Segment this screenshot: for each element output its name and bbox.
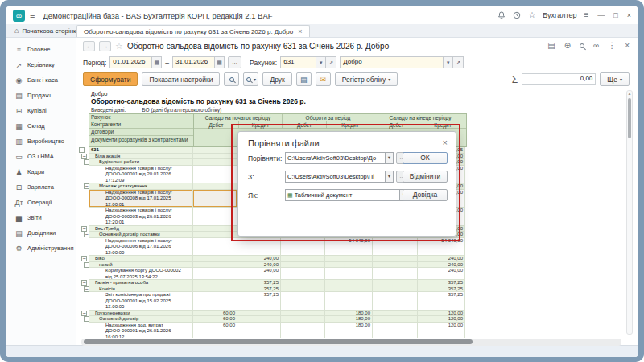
date-from-field[interactable]: 01.01.2026 ▦ bbox=[109, 56, 162, 68]
cell-ok[interactable] bbox=[325, 292, 373, 311]
cell-pd[interactable] bbox=[193, 292, 237, 311]
sidebar-item-catalogs[interactable]: ▤Довідники bbox=[6, 225, 76, 241]
as-type-field[interactable]: ▦Табличний документ ▼ bbox=[285, 189, 408, 201]
vertical-scrollbar[interactable]: ▲ bbox=[626, 90, 633, 335]
report-variants-icon[interactable]: ▤ bbox=[547, 42, 555, 50]
cell-kk[interactable]: 240,00 bbox=[418, 256, 465, 262]
cell-kk[interactable]: 240,00 bbox=[418, 268, 465, 280]
row-name-cell[interactable]: Звіт комісіонера про продажіДООО-000001 … bbox=[89, 292, 193, 311]
row-name-cell[interactable]: ВестТрейд bbox=[89, 226, 193, 232]
current-user-label[interactable]: Бухгалтер bbox=[543, 11, 576, 19]
cell-pd[interactable] bbox=[193, 232, 237, 238]
row-name-cell[interactable]: Біла акація bbox=[89, 154, 193, 160]
accounting-register-button[interactable]: Регістр обліку▾ bbox=[335, 72, 398, 86]
cell-pk[interactable]: 357,25 bbox=[237, 280, 281, 286]
cell-od[interactable] bbox=[281, 323, 325, 339]
row-name-cell[interactable]: Будівельні роботи bbox=[89, 159, 193, 166]
cell-pd[interactable] bbox=[193, 256, 237, 262]
cell-kd[interactable] bbox=[373, 280, 418, 286]
close-window-button[interactable]: × bbox=[627, 11, 631, 19]
nav-back-button[interactable]: ← bbox=[83, 41, 95, 51]
calendar-icon[interactable]: ▦ bbox=[151, 56, 162, 68]
cell-kk[interactable]: 54 040,00 bbox=[418, 238, 465, 257]
row-name-cell[interactable]: Основний договір поставки bbox=[89, 232, 193, 238]
show-settings-button[interactable]: Показати настройки bbox=[142, 72, 220, 86]
dropdown-icon[interactable]: ▾ bbox=[316, 56, 326, 68]
cell-kd[interactable] bbox=[373, 262, 418, 269]
cell-pk[interactable]: 357,25 bbox=[237, 286, 281, 293]
collapse-group-icon[interactable]: − bbox=[84, 159, 89, 165]
sidebar-item-manager[interactable]: ↗Керівнику bbox=[6, 57, 76, 72]
cell-ok[interactable]: 54 040,00 bbox=[325, 238, 373, 257]
cell-kd[interactable] bbox=[373, 316, 418, 323]
collapse-group-icon[interactable]: − bbox=[81, 154, 87, 159]
cell-od[interactable] bbox=[281, 316, 325, 323]
send-email-button[interactable]: ✉ bbox=[316, 72, 331, 86]
cell-pd[interactable] bbox=[193, 166, 237, 184]
cell-od[interactable] bbox=[281, 256, 325, 262]
collapse-group-icon[interactable]: − bbox=[81, 311, 87, 316]
date-to-field[interactable]: 31.01.2026 ▦ bbox=[172, 56, 225, 68]
cell-kd[interactable] bbox=[373, 323, 418, 339]
cell-pk[interactable] bbox=[237, 316, 281, 323]
row-name-cell[interactable]: Основний договір bbox=[89, 316, 193, 323]
nav-forward-button[interactable]: → bbox=[99, 41, 111, 51]
dropdown-icon[interactable]: ▼ bbox=[385, 171, 394, 183]
cell-pk[interactable] bbox=[237, 323, 281, 339]
row-name-cell[interactable]: Надходження товарів і послугДООО-000006 … bbox=[89, 238, 193, 257]
find-icon[interactable] bbox=[580, 43, 584, 48]
cell-kd[interactable] bbox=[373, 238, 418, 257]
sidebar-item-main[interactable]: ≡Головне bbox=[6, 42, 76, 57]
cell-kd[interactable] bbox=[373, 256, 418, 262]
dropdown-icon[interactable]: ▾ bbox=[443, 56, 453, 68]
open-item-icon[interactable]: ↗ bbox=[453, 56, 464, 68]
help-button[interactable]: Довідка bbox=[402, 189, 448, 201]
close-report-icon[interactable]: × bbox=[625, 42, 630, 50]
compare-file-field[interactable]: C:\Users\AktivSoft03\Desktop\До ▼ ... bbox=[285, 152, 408, 164]
tab-home[interactable]: ⌂ Початкова сторінка bbox=[6, 24, 76, 37]
cell-pd[interactable] bbox=[193, 190, 237, 208]
cell-pd[interactable] bbox=[193, 154, 237, 160]
cell-pd[interactable] bbox=[193, 147, 237, 154]
cell-pd[interactable] bbox=[193, 280, 237, 286]
cell-ok[interactable] bbox=[325, 286, 373, 293]
close-tab-icon[interactable]: × bbox=[298, 27, 302, 35]
maximize-button[interactable]: □ bbox=[613, 11, 617, 19]
cell-kk[interactable]: 120,00 bbox=[418, 323, 465, 339]
dropdown-icon[interactable]: ▼ bbox=[385, 152, 394, 164]
collapse-group-icon[interactable]: − bbox=[79, 147, 85, 153]
generate-button[interactable]: Сформувати bbox=[83, 72, 138, 86]
sidebar-item-admin[interactable]: ⚙Адміністрування bbox=[6, 241, 76, 256]
cell-pd[interactable] bbox=[193, 226, 237, 232]
horizontal-scrollbar-thumb[interactable] bbox=[84, 339, 473, 344]
collapse-group-icon[interactable]: − bbox=[84, 316, 89, 322]
minimize-button[interactable]: — bbox=[597, 11, 605, 19]
search-button[interactable] bbox=[224, 72, 239, 86]
cancel-button[interactable]: Відмінити bbox=[402, 171, 448, 183]
period-options-button[interactable]: ... bbox=[228, 56, 242, 68]
main-menu-icon[interactable]: ≡ bbox=[30, 10, 35, 20]
collapse-group-icon[interactable]: − bbox=[81, 256, 87, 261]
cell-od[interactable] bbox=[281, 292, 325, 311]
calendar-icon[interactable]: ▦ bbox=[214, 56, 225, 68]
horizontal-scrollbar[interactable] bbox=[81, 339, 621, 346]
cell-pk[interactable]: 240,00 bbox=[237, 256, 281, 262]
add-favorite-star-icon[interactable]: ☆ bbox=[115, 41, 123, 51]
row-name-cell[interactable]: Надходження товарів і послугДООО-000001 … bbox=[89, 166, 193, 184]
user-menu-icon[interactable]: ≡ bbox=[584, 11, 588, 19]
cell-kk[interactable]: 357,25 bbox=[418, 286, 465, 293]
sidebar-item-hr[interactable]: ♟Кадри bbox=[6, 164, 76, 179]
row-name-cell[interactable]: 631 bbox=[89, 147, 193, 154]
cell-pd[interactable]: 60,00 bbox=[193, 323, 237, 339]
cell-ok[interactable] bbox=[325, 256, 373, 262]
get-link-icon[interactable]: ∞ bbox=[593, 42, 599, 50]
with-file-field[interactable]: C:\Users\AktivSoft03\Desktop\Пі ▼ ... bbox=[285, 171, 408, 183]
sidebar-item-assets[interactable]: ▭ОЗ і НМА bbox=[6, 149, 76, 164]
cell-pd[interactable]: 60,00 bbox=[193, 316, 237, 323]
sidebar-item-production[interactable]: ▥Виробництво bbox=[6, 134, 76, 149]
cell-pk[interactable] bbox=[237, 238, 281, 257]
cell-od[interactable] bbox=[281, 311, 325, 317]
row-name-cell[interactable]: новий bbox=[89, 262, 193, 269]
collapse-group-icon[interactable]: − bbox=[81, 280, 87, 286]
cell-od[interactable] bbox=[281, 286, 325, 293]
